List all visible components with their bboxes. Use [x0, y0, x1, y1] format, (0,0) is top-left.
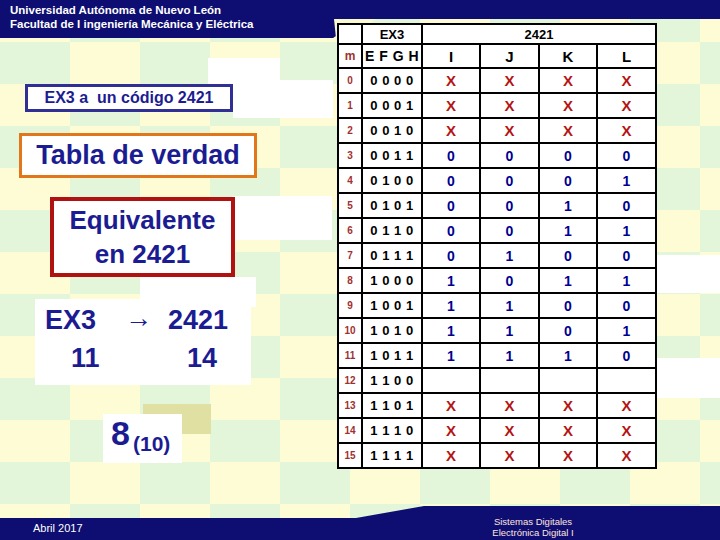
output-bit-cell: 1 [422, 268, 480, 293]
output-bit-cell: 1 [597, 268, 656, 293]
output-bit-cell: 1 [480, 318, 539, 343]
table-row: 60 1 1 00011 [338, 218, 656, 243]
output-bit-cell: X [539, 118, 597, 143]
output-bit-cell: X [422, 68, 480, 93]
faculty-name: Facultad de I ingeniería Mecánica y Eléc… [10, 18, 254, 30]
output-bit-cell: 0 [539, 293, 597, 318]
input-bits-cell: 0 1 0 0 [362, 168, 422, 193]
table-column-header-row: m E F G H I J K L [338, 44, 656, 68]
table-row: 121 1 0 0 [338, 368, 656, 393]
output-bit-cell: 1 [539, 218, 597, 243]
output-bit-cell: 1 [597, 218, 656, 243]
table-row: 101 0 1 01101 [338, 318, 656, 343]
background-patch [655, 255, 720, 293]
output-bit-cell: 1 [480, 243, 539, 268]
minterm-cell: 15 [338, 443, 362, 468]
output-bit-cell [539, 368, 597, 393]
output-bit-cell: 1 [422, 293, 480, 318]
table-row: 70 1 1 10100 [338, 243, 656, 268]
output-bit-cell: 1 [480, 343, 539, 368]
output-bit-cell: 0 [422, 218, 480, 243]
input-bits-cell: 1 0 1 0 [362, 318, 422, 343]
input-bits-cell: 1 1 0 0 [362, 368, 422, 393]
input-bits-cell: 1 1 0 1 [362, 393, 422, 418]
table-row: 00 0 0 0XXXX [338, 68, 656, 93]
input-bits-cell: 0 1 1 0 [362, 218, 422, 243]
minterm-cell: 0 [338, 68, 362, 93]
input-bits-cell: 0 1 0 1 [362, 193, 422, 218]
output-bit-cell: 0 [597, 293, 656, 318]
minterm-cell: 2 [338, 118, 362, 143]
mapping-source-code: EX3 [45, 305, 96, 336]
code-mapping-note: EX3 → 2421 11 14 [35, 299, 251, 385]
truth-table: EX3 2421 m E F G H I J K L 00 0 0 0XXXX1… [337, 23, 657, 469]
output-bit-cell: 0 [480, 193, 539, 218]
output-bit-cell: X [422, 393, 480, 418]
input-bits-cell: 0 0 0 0 [362, 68, 422, 93]
mapping-source-count: 11 [71, 343, 100, 374]
minterm-cell: 10 [338, 318, 362, 343]
equivalent-line2: en 2421 [95, 239, 190, 269]
minterm-cell: 9 [338, 293, 362, 318]
output-bit-cell: X [597, 68, 656, 93]
output-bit-cell: 0 [480, 168, 539, 193]
output-bit-cell: 0 [539, 168, 597, 193]
input-bits-cell: 1 0 0 1 [362, 293, 422, 318]
output-bit-cell: X [597, 393, 656, 418]
minterm-cell: 3 [338, 143, 362, 168]
equivalent-line1: Equivalente [70, 205, 216, 235]
mapping-target-count: 14 [187, 343, 217, 374]
university-header: Universidad Autónoma de Nuevo LeónFacult… [10, 3, 254, 31]
table-row: 20 0 1 0XXXX [338, 118, 656, 143]
minterm-cell: 4 [338, 168, 362, 193]
mapping-target-code: 2421 [168, 305, 228, 336]
input-bits-cell: 1 1 1 0 [362, 418, 422, 443]
output-bit-cell: 0 [422, 193, 480, 218]
output-column-header-j: J [480, 44, 539, 68]
output-bit-cell: X [597, 443, 656, 468]
output-bit-cell: 0 [422, 243, 480, 268]
course-footer: Sistemas Digitales Electrónica Digital I [433, 516, 633, 538]
table-row: 10 0 0 1XXXX [338, 93, 656, 118]
output-bit-cell: 0 [597, 343, 656, 368]
equivalent-label-box: Equivalente en 2421 [50, 197, 235, 277]
background-patch [655, 358, 720, 398]
output-bit-cell: X [539, 443, 597, 468]
university-name: Universidad Autónoma de Nuevo León [10, 4, 221, 16]
right-arrow-icon: → [125, 303, 152, 334]
minterm-column-header: m [338, 44, 362, 68]
table-corner-blank [338, 24, 362, 44]
base-ten-digit: 8 [111, 414, 130, 453]
minterm-cell: 5 [338, 193, 362, 218]
output-bit-cell: X [597, 93, 656, 118]
input-bits-cell: 1 0 1 1 [362, 343, 422, 368]
output-bit-cell: 0 [539, 243, 597, 268]
output-bit-cell: 1 [480, 293, 539, 318]
input-bits-cell: 1 0 0 0 [362, 268, 422, 293]
output-column-header-l: L [597, 44, 656, 68]
minterm-cell: 8 [338, 268, 362, 293]
output-column-header-k: K [539, 44, 597, 68]
output-bit-cell: 0 [480, 218, 539, 243]
input-bits-cell: 1 1 1 1 [362, 443, 422, 468]
output-bit-cell: 1 [539, 193, 597, 218]
background-patch [233, 80, 333, 118]
output-bit-cell: 1 [539, 343, 597, 368]
minterm-cell: 11 [338, 343, 362, 368]
course-line2: Electrónica Digital I [492, 527, 573, 538]
output-bit-cell: 1 [422, 318, 480, 343]
output-bit-cell: 1 [422, 343, 480, 368]
minterm-cell: 14 [338, 418, 362, 443]
base-ten-subscript: (10) [133, 432, 170, 456]
output-bit-cell: 0 [597, 243, 656, 268]
output-bit-cell: 0 [539, 143, 597, 168]
output-bit-cell: X [539, 93, 597, 118]
table-row: 131 1 0 1XXXX [338, 393, 656, 418]
course-line1: Sistemas Digitales [494, 516, 572, 527]
output-bit-cell [480, 368, 539, 393]
output-bit-cell: 1 [539, 268, 597, 293]
input-bits-column-header: E F G H [362, 44, 422, 68]
output-bit-cell: 0 [422, 143, 480, 168]
output-bit-cell: X [480, 93, 539, 118]
truth-table-label-box: Tabla de verdad [19, 133, 257, 178]
